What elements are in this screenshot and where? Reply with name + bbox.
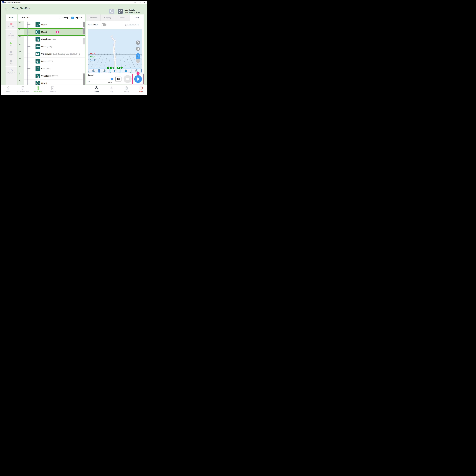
right-panel-scroll-strip[interactable] xyxy=(86,84,144,85)
nav-task-writer[interactable]: Task Writer xyxy=(44,86,61,92)
nav-task-builder[interactable]: Task Builder xyxy=(29,86,46,92)
nav-setting[interactable]: Setting xyxy=(118,86,135,92)
view-right-cube-icon xyxy=(103,69,106,72)
task-builder-icon xyxy=(35,86,40,90)
step-run-label: Step Run xyxy=(75,17,82,19)
nav-jog[interactable]: Jog xyxy=(103,86,120,92)
task-row-selected[interactable]: 007 MoveJ 2 xyxy=(18,28,85,36)
pan-view-button[interactable] xyxy=(136,59,140,63)
jog-dpad-icon xyxy=(109,86,114,90)
scroll-down-icon xyxy=(83,78,85,79)
annotation-step2-badge: 2 xyxy=(56,30,59,34)
task-row[interactable]: 008 Compliance( ON ) xyxy=(18,36,85,43)
pause-icon xyxy=(10,51,12,53)
step-run-checkbox[interactable] xyxy=(71,17,74,19)
minimize-button[interactable] xyxy=(133,1,137,4)
page-title: Task_StepRun xyxy=(12,7,30,10)
task-row[interactable]: 012 Wait( 1.0 ) xyxy=(18,65,85,72)
tab-variable[interactable]: Variable xyxy=(115,15,130,21)
menu-hamburger-icon[interactable] xyxy=(6,8,10,11)
task-row[interactable]: 009 Force( ON ) xyxy=(18,43,85,50)
zoom-out-icon xyxy=(136,47,140,51)
page-background: Task_StepRun Auto Standby xyxy=(1,4,147,85)
play-tool-button[interactable]: Play xyxy=(5,40,17,49)
robot-3d-viewport[interactable]: FRONT xyxy=(88,29,142,73)
robot-state-button[interactable] xyxy=(109,9,114,14)
zoom-out-button[interactable] xyxy=(136,47,140,51)
speed-value-field[interactable]: 100 xyxy=(115,77,121,82)
stop-icon xyxy=(10,60,12,62)
view-preset-row xyxy=(88,68,142,73)
view-left-button[interactable] xyxy=(110,68,120,73)
maximize-button[interactable] xyxy=(138,1,142,4)
stop-square-icon xyxy=(126,78,129,80)
wait-icon xyxy=(35,66,40,71)
skip-point-button[interactable]: Skip Point xyxy=(5,29,17,38)
tree-line xyxy=(27,22,28,85)
customcode-icon xyxy=(35,51,40,56)
task-row[interactable]: 006 MoveJ xyxy=(18,21,85,28)
view-left-cube-icon xyxy=(114,69,117,72)
rotate-view-button[interactable] xyxy=(136,53,140,59)
stop-playback-button[interactable] xyxy=(124,75,132,83)
status-icon xyxy=(95,86,99,90)
speed-slider-track[interactable] xyxy=(88,79,113,79)
pause-tool-button[interactable]: Pause xyxy=(5,49,17,58)
task-writer-icon xyxy=(50,86,55,90)
view-control-pill xyxy=(136,53,140,63)
task-list-header: Task List Debug Step Run xyxy=(18,15,85,21)
breakpoint-button[interactable]: Break Point xyxy=(5,20,17,29)
tab-property[interactable]: Property xyxy=(101,15,115,21)
task-list-scrollbar[interactable] xyxy=(83,21,85,85)
scrollbar-up-button[interactable] xyxy=(83,22,85,34)
movej-icon xyxy=(35,30,40,34)
view-iso-cube-icon xyxy=(124,69,127,72)
close-button[interactable] xyxy=(142,1,147,4)
check-icon xyxy=(71,17,73,19)
task-list-title: Task List xyxy=(20,16,29,19)
play-icon xyxy=(10,42,12,44)
step-by-step-button[interactable]: Step by Step xyxy=(5,67,17,75)
real-mode-toggle[interactable] xyxy=(101,23,106,26)
task-rows-list: 006 MoveJ 007 MoveJ 2 008 Compliance( ON… xyxy=(18,21,85,85)
task-row[interactable]: 010 CustomCode( set_damping_factor([1.0,… xyxy=(18,50,85,58)
app-window: D DART-Platform GV02110200 Task_StepRun xyxy=(1,1,147,95)
compliance-icon xyxy=(35,37,40,41)
task-row[interactable]: 014 MoveJ xyxy=(18,80,85,85)
play-task-button[interactable] xyxy=(134,75,142,83)
tools-body: Break Point Skip Point Play Pause xyxy=(5,20,17,85)
right-panel-tabs: Command Property Variable Play xyxy=(86,15,144,21)
app-logo-icon: D xyxy=(2,1,4,3)
status-timestamp: 2024.04.25 11:02:33 AM xyxy=(124,12,140,13)
view-right-button[interactable] xyxy=(99,68,109,73)
mode-status-button[interactable] xyxy=(118,9,123,14)
breakpoint-icon xyxy=(10,23,13,25)
screenshot-frame: D DART-Platform GV02110200 Task_StepRun xyxy=(0,0,148,96)
nav-power[interactable]: Power xyxy=(133,86,148,92)
axis-x-label: Axis X xyxy=(90,52,95,54)
nav-workcell-manager[interactable]: Workcell Manager xyxy=(14,86,32,92)
zoom-in-button[interactable] xyxy=(136,40,140,45)
robot-gripper-icon xyxy=(109,9,114,14)
real-mode-label: Real Mode xyxy=(88,24,98,26)
rotate-icon xyxy=(136,55,139,57)
scroll-up-icon xyxy=(83,27,85,28)
view-front-button[interactable] xyxy=(89,68,99,73)
debug-label: Debug xyxy=(63,17,68,19)
task-row[interactable]: 013 Compliance( OFF ) xyxy=(18,72,85,80)
auto-mode-swirl-icon xyxy=(118,9,123,14)
speed-slider-knob[interactable] xyxy=(111,78,113,80)
pan-arrows-icon xyxy=(137,60,139,62)
scrollbar-thumb[interactable] xyxy=(83,38,85,44)
debug-checkbox[interactable] xyxy=(60,17,62,19)
timer-clock-icon xyxy=(125,24,127,27)
stop-tool-button[interactable]: Stop xyxy=(5,58,17,67)
view-iso-button[interactable] xyxy=(121,68,131,73)
scrollbar-down-button[interactable] xyxy=(83,73,85,85)
tab-command[interactable]: Command xyxy=(86,15,101,21)
movej-icon xyxy=(35,22,40,27)
nav-status[interactable]: Status xyxy=(88,86,105,92)
task-row[interactable]: 011 Force( OFF ) xyxy=(18,58,85,65)
tools-title: Tools xyxy=(5,15,17,20)
tab-play[interactable]: Play xyxy=(130,15,144,21)
